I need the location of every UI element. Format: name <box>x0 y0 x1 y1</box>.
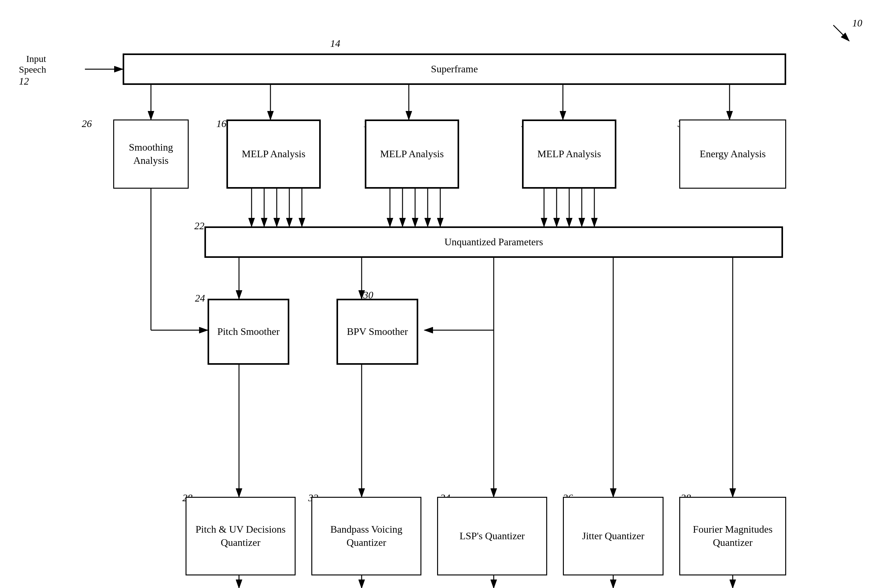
bpv-smoother-box: BPV Smoother <box>336 299 418 365</box>
ref-22: 22 <box>194 220 204 232</box>
pitch-uv-quantizer-box: Pitch & UV Decisions Quantizer <box>186 497 295 575</box>
ref-10: 10 <box>852 17 862 29</box>
bandpass-voicing-quantizer-box: Bandpass Voicing Quantizer <box>311 497 421 575</box>
svg-line-41 <box>834 25 849 41</box>
ref-24: 24 <box>195 292 205 304</box>
fourier-magnitudes-quantizer-box: Fourier Magnitudes Quantizer <box>679 497 786 575</box>
ref-12: 12 <box>19 75 29 87</box>
pitch-smoother-box: Pitch Smoother <box>208 299 289 365</box>
jitter-quantizer-box: Jitter Quantizer <box>563 497 664 575</box>
unquantized-params-box: Unquantized Parameters <box>204 226 783 258</box>
energy-analysis-box: Energy Analysis <box>679 120 786 189</box>
melp-analysis-2-box: MELP Analysis <box>365 120 459 189</box>
melp-analysis-3-box: MELP Analysis <box>522 120 616 189</box>
ref-14: 14 <box>330 38 340 50</box>
diagram: 10 Input Speech 12 14 Superframe 26 Smoo… <box>0 0 889 588</box>
input-speech-label: Input Speech <box>19 54 46 75</box>
melp-analysis-1-box: MELP Analysis <box>226 120 321 189</box>
lsps-quantizer-box: LSP's Quantizer <box>437 497 547 575</box>
smoothing-analysis-box: Smoothing Analysis <box>113 120 189 189</box>
ref-26: 26 <box>82 118 92 129</box>
ref-16: 16 <box>216 118 226 129</box>
superframe-box: Superframe <box>123 54 786 85</box>
